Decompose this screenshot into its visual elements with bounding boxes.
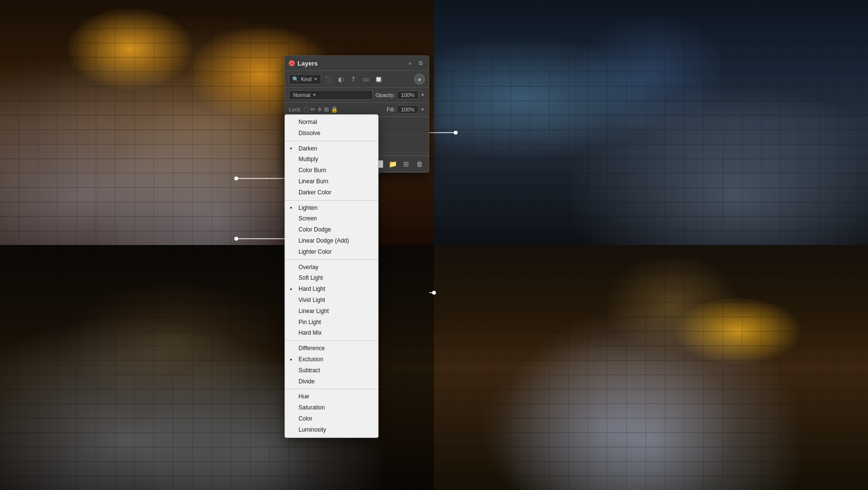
panel-close-button[interactable]: × [289, 60, 295, 66]
opacity-dropdown-arrow[interactable]: ▼ [420, 93, 425, 97]
filter-kind-dropdown[interactable]: 🔍 Kind ▼ [289, 74, 321, 84]
blend-item-exclusion[interactable]: Exclusion [285, 354, 378, 365]
panel-header-left: × Layers [289, 60, 318, 67]
create-layer-button[interactable]: ⊞ [401, 159, 411, 169]
canvas-quadrant-tr [434, 0, 868, 245]
blend-item-vivid-light[interactable]: Vivid Light [285, 295, 378, 306]
filter-shape-button[interactable]: ▭ [361, 74, 371, 84]
blend-section-hue: Hue Saturation Color Luminosity [285, 389, 378, 437]
blend-section-normal: Normal Dissolve [285, 115, 378, 141]
lock-artboard-icon[interactable]: ⊞ [324, 106, 329, 113]
fill-dropdown-arrow[interactable]: ▼ [420, 107, 425, 112]
delete-layer-button[interactable]: 🗑 [414, 159, 425, 169]
blend-item-overlay[interactable]: Overlay [285, 262, 378, 273]
blend-item-hue[interactable]: Hue [285, 391, 378, 402]
blend-section-darken: ●Darken Multiply Color Burn Linear Burn … [285, 141, 378, 201]
blend-item-soft-light[interactable]: Soft Light [285, 272, 378, 284]
blend-item-hard-light[interactable]: Hard Light [285, 284, 378, 295]
fill-label: Fill: [387, 107, 395, 112]
group-button[interactable]: 📁 [387, 159, 398, 169]
blend-item-pin-light[interactable]: Pin Light [285, 317, 378, 328]
blend-mode-value: Normal [293, 92, 310, 98]
opacity-value[interactable]: 100% [397, 91, 419, 99]
filter-type-button[interactable]: T [348, 74, 359, 84]
blend-item-linear-light[interactable]: Linear Light [285, 306, 378, 317]
blend-item-multiply[interactable]: Multiply [285, 154, 378, 165]
panel-collapse-button[interactable]: « [409, 60, 412, 66]
canvas-area [0, 0, 868, 490]
filter-dropdown-arrow: ▼ [313, 77, 318, 82]
blend-item-difference[interactable]: Difference [285, 343, 378, 354]
blend-item-dissolve[interactable]: Dissolve [285, 128, 378, 139]
filter-smart-button[interactable]: 🔲 [373, 74, 384, 84]
opacity-control: Opacity: 100% ▼ [376, 91, 425, 99]
opacity-label: Opacity: [376, 92, 395, 98]
blend-item-darker-color[interactable]: Darker Color [285, 187, 378, 198]
panel-header: × Layers « ≡ [285, 56, 429, 71]
panel-title: Layers [298, 60, 318, 67]
filter-pixel-button[interactable]: ⬛ [323, 74, 334, 84]
blend-item-linear-dodge[interactable]: Linear Dodge (Add) [285, 235, 378, 246]
blend-item-luminosity[interactable]: Luminosity [285, 424, 378, 436]
filter-adjustment-button[interactable]: ◐ [336, 74, 346, 84]
lock-position-icon[interactable]: ✛ [317, 106, 322, 113]
blend-item-lighter-color[interactable]: Lighter Color [285, 246, 378, 258]
blend-dropdown-arrow: ▼ [312, 93, 316, 97]
blend-item-lighten[interactable]: ●Lighten [285, 203, 378, 214]
lock-label: Lock: [289, 107, 301, 112]
blend-section-lighten: ●Lighten Screen Color Dodge Linear Dodge… [285, 201, 378, 260]
blend-item-divide[interactable]: Divide [285, 376, 378, 387]
blend-item-normal[interactable]: Normal [285, 117, 378, 128]
blend-mode-dropdown[interactable]: Normal ▼ [289, 90, 373, 100]
lock-pixels-icon[interactable]: ✏ [311, 106, 315, 113]
blend-mode-popup: Normal Dissolve ●Darken Multiply Color B… [285, 114, 379, 438]
blend-item-color-burn[interactable]: Color Burn [285, 165, 378, 176]
blend-item-hard-mix[interactable]: Hard Mix [285, 327, 378, 339]
filter-kind-label: Kind [301, 76, 312, 82]
blend-section-overlay: Overlay Soft Light Hard Light Vivid Ligh… [285, 260, 378, 341]
blend-item-linear-burn[interactable]: Linear Burn [285, 176, 378, 187]
lock-transparency-icon[interactable]: ⬚ [303, 106, 309, 113]
blend-item-color-dodge[interactable]: Color Dodge [285, 224, 378, 235]
blend-item-saturation[interactable]: Saturation [285, 402, 378, 413]
blend-section-difference: Difference Exclusion Subtract Divide [285, 341, 378, 389]
blend-item-screen[interactable]: Screen [285, 213, 378, 224]
blend-opacity-row: Normal ▼ Opacity: 100% ▼ [285, 88, 429, 103]
lock-all-icon[interactable]: 🔒 [331, 106, 338, 113]
canvas-quadrant-br [434, 245, 868, 490]
lock-icons: Lock: ⬚ ✏ ✛ ⊞ 🔒 [289, 106, 384, 113]
filter-bar: 🔍 Kind ▼ ⬛ ◐ T ▭ 🔲 ● [285, 71, 429, 88]
fill-value[interactable]: 100% [397, 105, 419, 114]
fill-control: Fill: 100% ▼ [387, 105, 425, 114]
panel-menu-button[interactable]: ≡ [417, 59, 425, 68]
filter-toggle-button[interactable]: ● [414, 74, 425, 84]
blend-item-subtract[interactable]: Subtract [285, 365, 378, 376]
blend-item-color[interactable]: Color [285, 413, 378, 424]
blend-item-darken[interactable]: ●Darken [285, 143, 378, 154]
